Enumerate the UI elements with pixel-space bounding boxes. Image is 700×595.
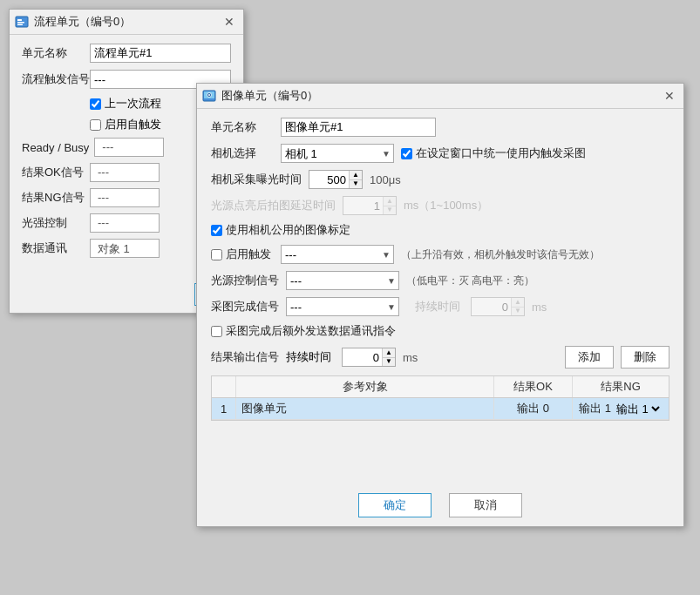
fg-trigger-dropdown[interactable]: --- <box>281 245 394 264</box>
svg-rect-1 <box>17 19 22 21</box>
fg-calib-text: 使用相机公用的图像标定 <box>226 222 350 238</box>
svg-rect-2 <box>17 22 24 24</box>
fg-extra-data-checkbox[interactable] <box>211 326 222 337</box>
bg-ready-busy-label: Ready / Busy <box>22 141 89 154</box>
fg-capture-done-label: 采图完成信号 <box>211 299 279 314</box>
fg-trigger-enable-row: 启用触发 --- ▼ （上升沿有效，相机外触发时该信号无效） <box>211 245 669 264</box>
bg-title-bar: 流程单元（编号0） ✕ <box>10 10 243 35</box>
td-ref: 图像单元 <box>236 398 494 419</box>
td-index: 1 <box>212 398 236 419</box>
th-ref: 参考对象 <box>236 376 494 397</box>
bg-title-text: 流程单元（编号0） <box>34 14 131 30</box>
fg-exposure-down-btn[interactable]: ▼ <box>350 179 362 189</box>
fg-light-ctrl-label: 光源控制信号 <box>211 273 279 288</box>
fg-duration-input <box>472 298 511 315</box>
th-index <box>212 376 236 397</box>
fg-footer: 确定 取消 <box>197 493 683 517</box>
fg-capture-done-row: 采图完成信号 --- ▼ 持续时间 ▲ ▼ ms <box>211 297 669 316</box>
fg-table-header: 参考对象 结果OK 结果NG <box>212 376 669 398</box>
fg-trigger-enable-checkbox[interactable] <box>211 249 222 260</box>
fg-output-duration-unit: ms <box>403 351 418 364</box>
bg-window-icon <box>15 15 29 29</box>
fg-duration-up-btn: ▲ <box>512 298 524 307</box>
bg-unit-name-row: 单元名称 <box>22 44 231 63</box>
svg-rect-3 <box>17 24 23 26</box>
td-ng: 输出 1 输出 1 输出 0 <box>573 398 669 419</box>
bg-data-comm-value: 对象 1 <box>90 239 160 258</box>
fg-add-button[interactable]: 添加 <box>565 346 614 368</box>
fg-calib-checkbox[interactable] <box>211 225 222 236</box>
fg-light-delay-down-btn: ▼ <box>384 206 396 215</box>
td-ng-select[interactable]: 输出 1 输出 0 <box>613 402 663 416</box>
fg-camera-row: 相机选择 相机 1 ▼ 在设定窗口中统一使用内触发采图 <box>211 144 669 163</box>
fg-light-ctrl-dropdown-wrapper: --- ▼ <box>286 271 399 290</box>
fg-exposure-label: 相机采集曝光时间 <box>211 172 302 187</box>
th-ok: 结果OK <box>494 376 573 397</box>
fg-window-icon <box>202 89 216 103</box>
fg-exposure-spinner-btns: ▲ ▼ <box>349 171 362 188</box>
td-ok: 输出 0 <box>494 398 573 419</box>
fg-light-ctrl-note: （低电平：灭 高电平：亮） <box>406 274 534 288</box>
svg-point-7 <box>208 94 210 96</box>
table-row: 1 图像单元 输出 0 输出 1 输出 1 输出 0 <box>212 398 669 420</box>
fg-output-signal-label: 结果输出信号 <box>211 349 279 365</box>
bg-prev-flow-checkbox[interactable] <box>90 98 101 110</box>
fg-output-duration-input[interactable] <box>343 348 382 366</box>
bg-result-ng-value: --- <box>90 188 160 207</box>
fg-trigger-note: （上升沿有效，相机外触发时该信号无效） <box>401 247 600 262</box>
fg-light-delay-unit: ms（1~100ms） <box>404 198 488 213</box>
fg-output-duration-btns: ▲ ▼ <box>382 348 395 366</box>
fg-light-delay-label: 光源点亮后拍图延迟时间 <box>211 198 336 213</box>
bg-unit-name-input[interactable] <box>90 44 231 63</box>
fg-form-body: 单元名称 相机选择 相机 1 ▼ 在设定窗口中统一使用内触发采图 相机采集曝光时… <box>197 109 683 436</box>
fg-exposure-spinner: ▲ ▼ <box>309 170 363 189</box>
fg-extra-data-row: 采图完成后额外发送数据通讯指令 <box>211 323 669 339</box>
fg-extra-data-label: 采图完成后额外发送数据通讯指令 <box>211 323 396 339</box>
fg-unit-name-row: 单元名称 <box>211 118 669 137</box>
fg-trigger-enable-label: 启用触发 <box>211 247 274 262</box>
fg-window: 图像单元（编号0） ✕ 单元名称 相机选择 相机 1 ▼ 在设定窗口中统一使用内… <box>196 83 684 527</box>
bg-result-ok-value: --- <box>90 163 160 182</box>
fg-calib-label: 使用相机公用的图像标定 <box>211 222 350 238</box>
fg-delete-button[interactable]: 删除 <box>621 346 669 368</box>
fg-calib-row: 使用相机公用的图像标定 <box>211 222 669 238</box>
fg-camera-select[interactable]: 相机 1 <box>281 144 394 163</box>
fg-light-delay-btns: ▲ ▼ <box>383 197 396 214</box>
fg-duration-spinner: ▲ ▼ <box>471 297 525 316</box>
fg-unit-name-label: 单元名称 <box>211 119 274 135</box>
fg-unified-trigger-row: 在设定窗口中统一使用内触发采图 <box>401 145 586 161</box>
bg-auto-trigger-checkbox[interactable] <box>90 119 101 131</box>
fg-light-delay-row: 光源点亮后拍图延迟时间 ▲ ▼ ms（1~100ms） <box>211 196 669 215</box>
fg-cancel-button[interactable]: 取消 <box>449 493 522 517</box>
bg-unit-name-label: 单元名称 <box>22 45 85 61</box>
fg-duration-unit: ms <box>532 301 547 314</box>
fg-output-duration-up-btn[interactable]: ▲ <box>383 348 395 357</box>
fg-duration-btns: ▲ ▼ <box>511 298 524 315</box>
fg-title-text: 图像单元（编号0） <box>221 88 318 104</box>
fg-unit-name-input[interactable] <box>281 118 436 137</box>
td-ng-value: 输出 1 <box>579 401 611 416</box>
fg-light-ctrl-dropdown[interactable]: --- <box>286 271 399 290</box>
bg-data-comm-label: 数据通讯 <box>22 240 85 256</box>
fg-trigger-dropdown-wrapper: --- ▼ <box>281 245 394 264</box>
fg-output-duration-spinner: ▲ ▼ <box>342 348 396 367</box>
fg-confirm-button[interactable]: 确定 <box>358 493 432 517</box>
fg-exposure-input[interactable] <box>309 171 349 188</box>
fg-close-button[interactable]: ✕ <box>661 87 678 105</box>
th-ng: 结果NG <box>573 376 669 397</box>
fg-extra-data-text: 采图完成后额外发送数据通讯指令 <box>226 323 396 339</box>
bg-light-ctrl-label: 光强控制 <box>22 215 85 231</box>
fg-exposure-up-btn[interactable]: ▲ <box>350 171 362 179</box>
fg-output-duration-down-btn[interactable]: ▼ <box>383 357 395 367</box>
bg-close-button[interactable]: ✕ <box>221 13 238 30</box>
fg-title-bar: 图像单元（编号0） ✕ <box>197 84 683 109</box>
fg-exposure-unit: 100μs <box>370 173 401 186</box>
fg-trigger-enable-text: 启用触发 <box>226 247 271 262</box>
fg-unified-trigger-checkbox[interactable] <box>401 148 412 159</box>
fg-camera-label: 相机选择 <box>211 145 274 161</box>
fg-output-table: 参考对象 结果OK 结果NG 1 图像单元 输出 0 输出 1 输出 1 输出 … <box>211 375 669 421</box>
fg-capture-done-dropdown[interactable]: --- <box>286 297 399 316</box>
fg-light-delay-input <box>343 197 383 214</box>
fg-light-ctrl-row: 光源控制信号 --- ▼ （低电平：灭 高电平：亮） <box>211 271 669 290</box>
bg-ready-busy-value: --- <box>94 138 164 157</box>
